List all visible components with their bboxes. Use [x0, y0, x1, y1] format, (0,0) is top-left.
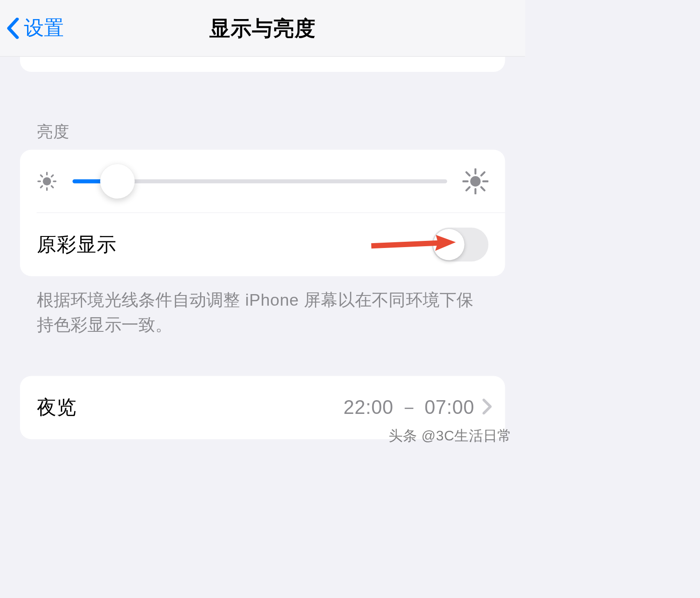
back-label: 设置	[24, 15, 64, 42]
previous-group-tail	[20, 57, 505, 72]
brightness-slider[interactable]	[73, 179, 448, 183]
night-shift-label: 夜览	[37, 395, 77, 421]
svg-point-9	[470, 176, 480, 186]
svg-line-16	[466, 187, 469, 190]
brightness-group: 原彩显示	[20, 150, 505, 276]
svg-line-6	[51, 186, 53, 187]
svg-line-5	[41, 175, 42, 177]
brightness-slider-cell	[20, 150, 505, 213]
svg-line-17	[481, 172, 484, 175]
nav-bar: 设置 显示与亮度	[0, 0, 525, 57]
night-shift-value: 22:00 － 07:00	[343, 395, 474, 421]
brightness-section-label: 亮度	[37, 121, 489, 142]
back-button[interactable]: 设置	[7, 15, 64, 42]
chevron-right-icon	[483, 397, 492, 419]
svg-line-15	[481, 187, 484, 190]
true-tone-label: 原彩显示	[37, 232, 117, 258]
sun-high-icon	[463, 169, 489, 195]
toggle-knob	[433, 229, 465, 260]
chevron-left-icon	[7, 17, 20, 39]
true-tone-footer: 根据环境光线条件自动调整 iPhone 屏幕以在不同环境下保持色彩显示一致。	[37, 287, 489, 338]
svg-line-18	[371, 243, 441, 246]
sun-low-icon	[37, 171, 58, 192]
true-tone-toggle[interactable]	[432, 228, 489, 262]
night-shift-value-wrap: 22:00 － 07:00	[343, 395, 492, 421]
svg-line-7	[41, 186, 42, 187]
svg-line-8	[51, 175, 53, 177]
svg-point-0	[43, 177, 51, 185]
watermark: 头条 @3C生活日常	[389, 427, 512, 445]
brightness-slider-knob[interactable]	[100, 164, 135, 199]
page-title: 显示与亮度	[0, 14, 525, 42]
true-tone-cell[interactable]: 原彩显示	[20, 213, 505, 276]
svg-line-14	[466, 172, 469, 175]
